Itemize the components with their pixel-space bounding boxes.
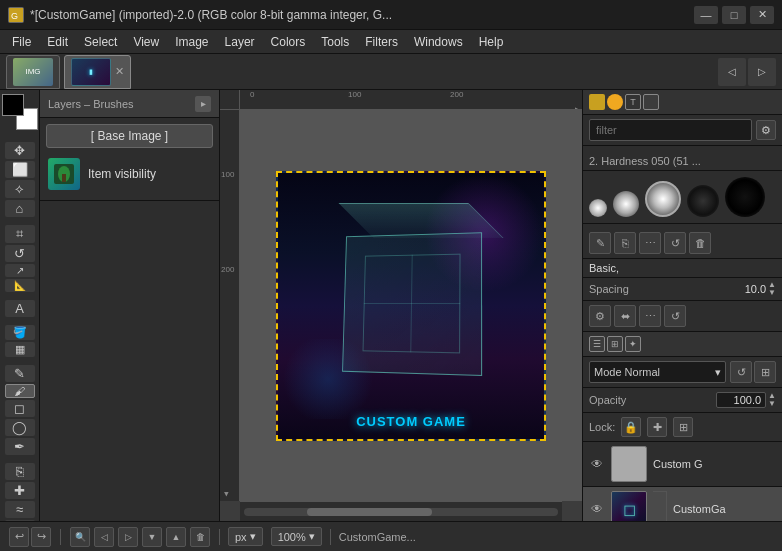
brush-opt1[interactable]: ⚙ <box>589 305 611 327</box>
brush-dark2[interactable] <box>725 177 765 217</box>
layer-nav-4[interactable]: ▼ <box>142 527 162 547</box>
image-tab-2[interactable]: ▮ ✕ <box>64 55 131 89</box>
lock-alpha-btn[interactable]: ✚ <box>647 417 667 437</box>
warp-tool[interactable]: ↗ <box>5 264 35 277</box>
unit-selector[interactable]: px ▾ <box>228 527 263 546</box>
foreground-color-swatch[interactable] <box>2 94 24 116</box>
layers-list-icon[interactable]: ☰ <box>589 336 605 352</box>
layer-name: Custom G <box>653 458 776 470</box>
menu-windows[interactable]: Windows <box>406 33 471 51</box>
fuzzy-select-tool[interactable]: ⌂ <box>5 200 35 217</box>
status-separator-3 <box>330 529 331 545</box>
brush-paste-btn[interactable]: ⋯ <box>639 232 661 254</box>
move-tool[interactable]: ✥ <box>5 142 35 159</box>
image-tab-1[interactable]: IMG <box>6 55 60 89</box>
menu-edit[interactable]: Edit <box>39 33 76 51</box>
lock-pixels-btn[interactable]: 🔒 <box>621 417 641 437</box>
menu-select[interactable]: Select <box>76 33 125 51</box>
filter-settings-btn[interactable]: ⚙ <box>756 120 776 140</box>
main-layout: ✥ ⬜ ⟡ ⌂ ⌗ ↺ ↗ 📐 A 🪣 ▦ ✎ 🖌 ◻ ◯ ✒ ⎘ ✚ ≈ ☽ … <box>0 90 782 521</box>
eraser-tool[interactable]: ◻ <box>5 400 35 417</box>
brush-refresh-btn[interactable]: ↺ <box>664 232 686 254</box>
pencil-tool[interactable]: ✎ <box>5 365 35 382</box>
mode-btn1[interactable]: ↺ <box>730 361 752 383</box>
layer-nav-6[interactable]: 🗑 <box>190 527 210 547</box>
brush-text-icon[interactable]: T <box>625 94 641 110</box>
scrollbar-track[interactable] <box>244 508 558 516</box>
brush-filter-input[interactable] <box>589 119 752 141</box>
layer-nav-1[interactable]: 🔍 <box>70 527 90 547</box>
opacity-value: 100.0 <box>716 392 766 408</box>
maximize-button[interactable]: □ <box>722 6 746 24</box>
clone-tool[interactable]: ⎘ <box>5 463 35 480</box>
scrollbar-thumb[interactable] <box>307 508 433 516</box>
menu-image[interactable]: Image <box>167 33 216 51</box>
crop-tool[interactable]: ⌗ <box>5 225 35 243</box>
text-tool[interactable]: A <box>5 300 35 317</box>
dodge-burn-tool[interactable]: ☽ <box>5 520 35 521</box>
close-button[interactable]: ✕ <box>750 6 774 24</box>
minimize-button[interactable]: — <box>694 6 718 24</box>
opacity-down-btn[interactable]: ▼ <box>768 400 776 408</box>
brush-copy-btn[interactable]: ⎘ <box>614 232 636 254</box>
gradient-tool[interactable]: ▦ <box>5 342 35 357</box>
brush-pattern-icon[interactable] <box>643 94 659 110</box>
tab-close-icon[interactable]: ✕ <box>115 65 124 78</box>
brush-medium[interactable] <box>613 191 639 217</box>
brush-large[interactable] <box>645 181 681 217</box>
menu-filters[interactable]: Filters <box>357 33 406 51</box>
panel-expand-icon[interactable]: ▸ <box>195 96 211 112</box>
layer-nav-2[interactable]: ◁ <box>94 527 114 547</box>
zoom-selector[interactable]: 100% ▾ <box>271 527 322 546</box>
paintbrush-tool[interactable]: 🖌 <box>5 384 35 398</box>
status-filename: CustomGame... <box>339 531 416 543</box>
rect-select-tool[interactable]: ⬜ <box>5 161 35 178</box>
layers-new-icon[interactable]: ✦ <box>625 336 641 352</box>
measure-tool[interactable]: 📐 <box>5 279 35 292</box>
redo-btn[interactable]: ↪ <box>31 527 51 547</box>
item-layer-icon <box>48 158 80 190</box>
status-bar: ↩ ↪ 🔍 ◁ ▷ ▼ ▲ 🗑 px ▾ 100% ▾ CustomGame..… <box>0 521 782 551</box>
layer-visibility-toggle[interactable]: 👁 <box>589 501 605 517</box>
brush-color-icon[interactable] <box>589 94 605 110</box>
airbrush-tool[interactable]: ◯ <box>5 419 35 436</box>
status-separator <box>60 529 61 545</box>
layer-nav-3[interactable]: ▷ <box>118 527 138 547</box>
left-options-panel: Layers – Brushes ▸ [ Base Image ] Item v… <box>40 90 220 521</box>
brush-opt4[interactable]: ↺ <box>664 305 686 327</box>
smudge-tool[interactable]: ≈ <box>5 501 35 518</box>
lock-position-btn[interactable]: ⊞ <box>673 417 693 437</box>
menu-layer[interactable]: Layer <box>217 33 263 51</box>
heal-tool[interactable]: ✚ <box>5 482 35 499</box>
menu-tools[interactable]: Tools <box>313 33 357 51</box>
layer-nav-5[interactable]: ▲ <box>166 527 186 547</box>
brush-round-icon[interactable] <box>607 94 623 110</box>
tab-nav-right[interactable]: ▷ <box>748 58 776 86</box>
brush-delete-btn[interactable]: 🗑 <box>689 232 711 254</box>
transform-tool[interactable]: ↺ <box>5 245 35 262</box>
layer-item[interactable]: 👁 ◻ CustomGa <box>583 487 782 521</box>
tab-nav-left[interactable]: ◁ <box>718 58 746 86</box>
layer-visibility-toggle[interactable]: 👁 <box>589 456 605 472</box>
mode-dropdown[interactable]: Mode Normal ▾ <box>589 361 726 383</box>
menu-view[interactable]: View <box>125 33 167 51</box>
menu-file[interactable]: File <box>4 33 39 51</box>
mode-label: Mode Normal <box>594 366 660 378</box>
paint-bucket-tool[interactable]: 🪣 <box>5 325 35 340</box>
menu-help[interactable]: Help <box>471 33 512 51</box>
undo-btn[interactable]: ↩ <box>9 527 29 547</box>
brush-opt3[interactable]: ⋯ <box>639 305 661 327</box>
unit-value: px <box>235 531 247 543</box>
layers-grid-icon[interactable]: ⊞ <box>607 336 623 352</box>
spacing-down-btn[interactable]: ▼ <box>768 289 776 297</box>
ink-tool[interactable]: ✒ <box>5 438 35 455</box>
brush-dark1[interactable] <box>687 185 719 217</box>
menu-colors[interactable]: Colors <box>263 33 314 51</box>
canvas-horizontal-scrollbar[interactable] <box>240 501 562 521</box>
layer-item[interactable]: 👁 Custom G <box>583 442 782 487</box>
brush-opt2[interactable]: ⬌ <box>614 305 636 327</box>
mode-btn2[interactable]: ⊞ <box>754 361 776 383</box>
brush-edit-btn[interactable]: ✎ <box>589 232 611 254</box>
brush-small[interactable] <box>589 199 607 217</box>
free-select-tool[interactable]: ⟡ <box>5 180 35 198</box>
